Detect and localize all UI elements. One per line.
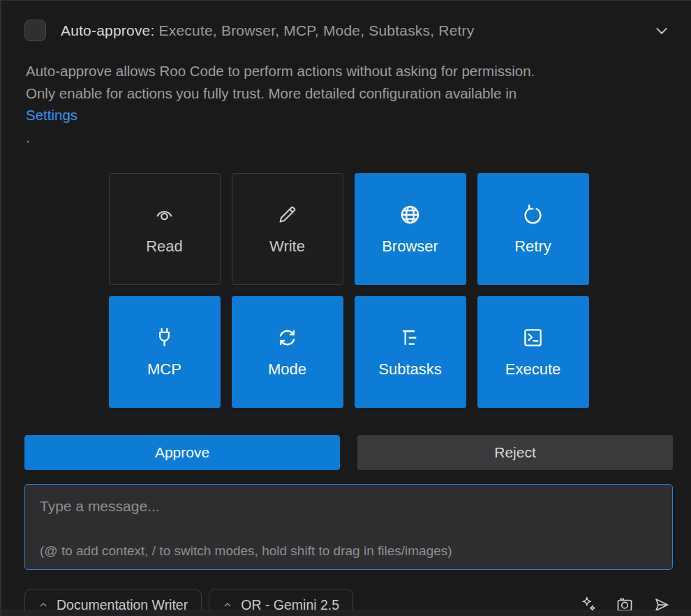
- auto-approve-toggle-grid: Read Write Browser Retry MCP Mode Subtas…: [109, 173, 589, 408]
- toggle-label: Write: [269, 237, 305, 256]
- terminal-icon: [521, 326, 544, 349]
- list-tree-icon: [399, 326, 422, 349]
- sync-icon: [276, 326, 299, 349]
- toggle-label: Browser: [382, 237, 438, 256]
- auto-approve-summary: Execute, Browser, MCP, Mode, Subtasks, R…: [159, 22, 475, 38]
- action-buttons: Approve Reject: [24, 435, 673, 470]
- auto-approve-title[interactable]: Auto-approve: Execute, Browser, MCP, Mod…: [61, 22, 475, 39]
- toggle-mcp[interactable]: MCP: [109, 296, 221, 408]
- approve-button[interactable]: Approve: [24, 435, 340, 470]
- toggle-read[interactable]: Read: [109, 173, 221, 285]
- toggle-label: MCP: [147, 360, 181, 379]
- message-input-placeholder: Type a message...: [40, 498, 657, 515]
- description-line-3: Settings.: [26, 104, 673, 148]
- settings-link[interactable]: Settings: [26, 107, 77, 123]
- toggle-mode[interactable]: Mode: [232, 296, 343, 408]
- description-line-2: Only enable for actions you fully trust.…: [26, 82, 673, 105]
- toggle-label: Read: [146, 237, 183, 256]
- auto-approve-panel: Auto-approve: Execute, Browser, MCP, Mod…: [0, 0, 691, 616]
- eye-icon: [153, 203, 176, 226]
- message-input-hint: (@ to add context, / to switch modes, ho…: [40, 543, 657, 559]
- chevron-down-icon[interactable]: [652, 21, 673, 41]
- toggle-write[interactable]: Write: [232, 173, 343, 285]
- retry-icon: [521, 203, 544, 226]
- description-line-1: Auto-approve allows Roo Code to perform …: [26, 60, 673, 82]
- auto-approve-label: Auto-approve:: [61, 22, 155, 38]
- toggle-retry[interactable]: Retry: [477, 173, 589, 285]
- pencil-icon: [276, 203, 299, 226]
- message-input[interactable]: Type a message... (@ to add context, / t…: [24, 484, 673, 570]
- chevron-up-icon: [38, 600, 48, 610]
- globe-icon: [399, 203, 422, 226]
- auto-approve-checkbox[interactable]: [24, 20, 46, 41]
- toggle-subtasks[interactable]: Subtasks: [355, 296, 466, 408]
- reject-button[interactable]: Reject: [357, 435, 673, 470]
- toggle-label: Subtasks: [378, 360, 442, 379]
- toggle-browser[interactable]: Browser: [355, 173, 466, 285]
- auto-approve-header: Auto-approve: Execute, Browser, MCP, Mod…: [24, 20, 673, 41]
- toggle-label: Execute: [505, 360, 561, 379]
- toggle-label: Retry: [514, 237, 551, 256]
- toggle-label: Mode: [268, 360, 306, 379]
- description-period: .: [26, 126, 673, 149]
- panel-bottom-divider: [1, 610, 691, 616]
- toggle-execute[interactable]: Execute: [477, 296, 589, 408]
- plug-icon: [153, 326, 176, 349]
- auto-approve-description: Auto-approve allows Roo Code to perform …: [26, 60, 673, 148]
- chevron-up-icon: [223, 600, 232, 610]
